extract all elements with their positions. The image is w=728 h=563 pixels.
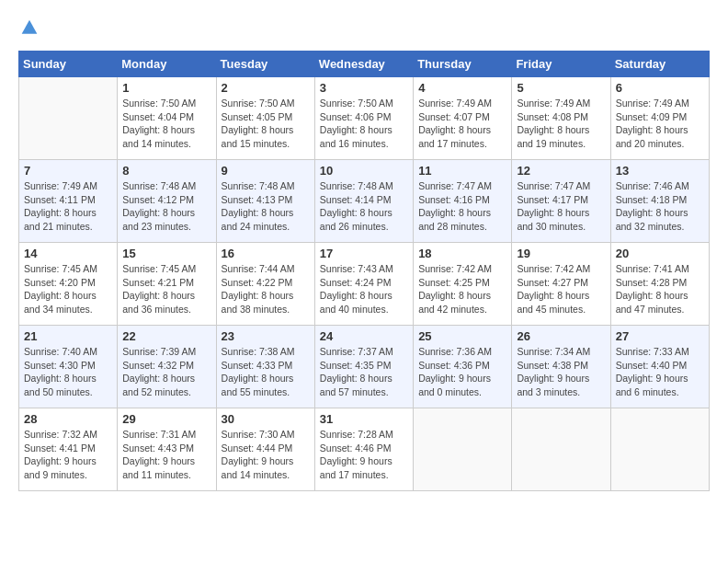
calendar-cell: 20Sunrise: 7:41 AM Sunset: 4:28 PM Dayli… xyxy=(610,243,709,326)
day-number: 28 xyxy=(24,412,112,426)
day-info: Sunrise: 7:43 AM Sunset: 4:24 PM Dayligh… xyxy=(320,262,408,316)
day-info: Sunrise: 7:47 AM Sunset: 4:16 PM Dayligh… xyxy=(418,179,506,234)
day-number: 10 xyxy=(320,164,408,178)
day-number: 12 xyxy=(517,164,605,178)
day-number: 8 xyxy=(122,164,210,178)
calendar-cell: 31Sunrise: 7:28 AM Sunset: 4:46 PM Dayli… xyxy=(314,408,413,491)
day-number: 1 xyxy=(122,81,210,95)
calendar-header-sunday: Sunday xyxy=(19,52,118,77)
calendar-cell: 1Sunrise: 7:50 AM Sunset: 4:04 PM Daylig… xyxy=(118,77,216,160)
day-info: Sunrise: 7:42 AM Sunset: 4:25 PM Dayligh… xyxy=(418,262,506,316)
header xyxy=(18,18,710,41)
day-number: 27 xyxy=(616,329,704,343)
day-info: Sunrise: 7:39 AM Sunset: 4:32 PM Dayligh… xyxy=(122,345,210,399)
day-info: Sunrise: 7:47 AM Sunset: 4:17 PM Dayligh… xyxy=(517,179,605,234)
calendar-week-row: 21Sunrise: 7:40 AM Sunset: 4:30 PM Dayli… xyxy=(19,326,710,408)
calendar-cell: 22Sunrise: 7:39 AM Sunset: 4:32 PM Dayli… xyxy=(118,326,216,408)
calendar-cell: 2Sunrise: 7:50 AM Sunset: 4:05 PM Daylig… xyxy=(216,77,314,160)
calendar-header-monday: Monday xyxy=(118,52,216,77)
calendar-cell: 14Sunrise: 7:45 AM Sunset: 4:20 PM Dayli… xyxy=(19,243,118,326)
calendar-week-row: 14Sunrise: 7:45 AM Sunset: 4:20 PM Dayli… xyxy=(19,243,710,326)
logo xyxy=(18,18,39,41)
day-info: Sunrise: 7:37 AM Sunset: 4:35 PM Dayligh… xyxy=(320,345,408,399)
day-info: Sunrise: 7:36 AM Sunset: 4:36 PM Dayligh… xyxy=(418,345,506,399)
day-info: Sunrise: 7:41 AM Sunset: 4:28 PM Dayligh… xyxy=(616,262,704,316)
day-number: 9 xyxy=(222,164,310,178)
day-info: Sunrise: 7:34 AM Sunset: 4:38 PM Dayligh… xyxy=(517,345,605,399)
calendar-cell: 9Sunrise: 7:48 AM Sunset: 4:13 PM Daylig… xyxy=(216,160,314,243)
day-number: 14 xyxy=(24,247,112,260)
calendar-week-row: 28Sunrise: 7:32 AM Sunset: 4:41 PM Dayli… xyxy=(19,408,710,491)
calendar-header-row: SundayMondayTuesdayWednesdayThursdayFrid… xyxy=(19,52,710,77)
calendar-cell xyxy=(512,408,610,491)
day-info: Sunrise: 7:42 AM Sunset: 4:27 PM Dayligh… xyxy=(517,262,605,316)
day-number: 20 xyxy=(616,247,704,260)
calendar-cell: 29Sunrise: 7:31 AM Sunset: 4:43 PM Dayli… xyxy=(118,408,216,491)
day-info: Sunrise: 7:45 AM Sunset: 4:21 PM Dayligh… xyxy=(122,262,210,316)
day-info: Sunrise: 7:48 AM Sunset: 4:14 PM Dayligh… xyxy=(320,179,408,234)
day-number: 16 xyxy=(222,247,310,260)
calendar-cell xyxy=(610,408,709,491)
day-info: Sunrise: 7:48 AM Sunset: 4:12 PM Dayligh… xyxy=(122,179,210,234)
day-number: 25 xyxy=(418,329,506,343)
calendar-cell: 6Sunrise: 7:49 AM Sunset: 4:09 PM Daylig… xyxy=(610,77,709,160)
calendar-cell: 7Sunrise: 7:49 AM Sunset: 4:11 PM Daylig… xyxy=(19,160,118,243)
day-info: Sunrise: 7:30 AM Sunset: 4:44 PM Dayligh… xyxy=(222,428,310,482)
calendar-cell: 12Sunrise: 7:47 AM Sunset: 4:17 PM Dayli… xyxy=(512,160,610,243)
calendar-cell xyxy=(414,408,512,491)
day-number: 15 xyxy=(122,247,210,260)
day-info: Sunrise: 7:49 AM Sunset: 4:09 PM Dayligh… xyxy=(616,97,704,151)
calendar-header-friday: Friday xyxy=(512,52,610,77)
day-number: 6 xyxy=(616,81,704,95)
day-info: Sunrise: 7:40 AM Sunset: 4:30 PM Dayligh… xyxy=(24,345,112,399)
svg-marker-0 xyxy=(22,20,38,34)
calendar-cell: 13Sunrise: 7:46 AM Sunset: 4:18 PM Dayli… xyxy=(610,160,709,243)
calendar-cell: 30Sunrise: 7:30 AM Sunset: 4:44 PM Dayli… xyxy=(216,408,314,491)
calendar: SundayMondayTuesdayWednesdayThursdayFrid… xyxy=(18,51,710,491)
day-info: Sunrise: 7:28 AM Sunset: 4:46 PM Dayligh… xyxy=(320,428,408,482)
day-info: Sunrise: 7:49 AM Sunset: 4:08 PM Dayligh… xyxy=(517,97,605,151)
day-number: 26 xyxy=(517,329,605,343)
day-info: Sunrise: 7:49 AM Sunset: 4:07 PM Dayligh… xyxy=(418,97,506,151)
day-number: 24 xyxy=(320,329,408,343)
day-info: Sunrise: 7:50 AM Sunset: 4:04 PM Dayligh… xyxy=(122,97,210,151)
calendar-cell: 18Sunrise: 7:42 AM Sunset: 4:25 PM Dayli… xyxy=(414,243,512,326)
calendar-cell: 27Sunrise: 7:33 AM Sunset: 4:40 PM Dayli… xyxy=(610,326,709,408)
day-info: Sunrise: 7:48 AM Sunset: 4:13 PM Dayligh… xyxy=(222,179,310,234)
calendar-cell: 28Sunrise: 7:32 AM Sunset: 4:41 PM Dayli… xyxy=(19,408,118,491)
day-number: 5 xyxy=(517,81,605,95)
calendar-cell: 17Sunrise: 7:43 AM Sunset: 4:24 PM Dayli… xyxy=(314,243,413,326)
day-info: Sunrise: 7:49 AM Sunset: 4:11 PM Dayligh… xyxy=(24,179,112,234)
calendar-cell: 23Sunrise: 7:38 AM Sunset: 4:33 PM Dayli… xyxy=(216,326,314,408)
day-info: Sunrise: 7:45 AM Sunset: 4:20 PM Dayligh… xyxy=(24,262,112,316)
calendar-week-row: 7Sunrise: 7:49 AM Sunset: 4:11 PM Daylig… xyxy=(19,160,710,243)
calendar-cell: 11Sunrise: 7:47 AM Sunset: 4:16 PM Dayli… xyxy=(414,160,512,243)
calendar-cell: 5Sunrise: 7:49 AM Sunset: 4:08 PM Daylig… xyxy=(512,77,610,160)
day-number: 3 xyxy=(320,81,408,95)
calendar-cell: 16Sunrise: 7:44 AM Sunset: 4:22 PM Dayli… xyxy=(216,243,314,326)
day-info: Sunrise: 7:50 AM Sunset: 4:06 PM Dayligh… xyxy=(320,97,408,151)
calendar-cell: 21Sunrise: 7:40 AM Sunset: 4:30 PM Dayli… xyxy=(19,326,118,408)
day-info: Sunrise: 7:50 AM Sunset: 4:05 PM Dayligh… xyxy=(222,97,310,151)
day-info: Sunrise: 7:44 AM Sunset: 4:22 PM Dayligh… xyxy=(222,262,310,316)
day-number: 31 xyxy=(320,412,408,426)
day-number: 2 xyxy=(222,81,310,95)
logo-icon xyxy=(20,18,39,37)
day-number: 21 xyxy=(24,329,112,343)
calendar-cell: 3Sunrise: 7:50 AM Sunset: 4:06 PM Daylig… xyxy=(314,77,413,160)
calendar-cell: 8Sunrise: 7:48 AM Sunset: 4:12 PM Daylig… xyxy=(118,160,216,243)
calendar-header-thursday: Thursday xyxy=(414,52,512,77)
day-info: Sunrise: 7:32 AM Sunset: 4:41 PM Dayligh… xyxy=(24,428,112,482)
day-number: 4 xyxy=(418,81,506,95)
calendar-header-wednesday: Wednesday xyxy=(314,52,413,77)
calendar-week-row: 1Sunrise: 7:50 AM Sunset: 4:04 PM Daylig… xyxy=(19,77,710,160)
calendar-header-tuesday: Tuesday xyxy=(216,52,314,77)
day-info: Sunrise: 7:33 AM Sunset: 4:40 PM Dayligh… xyxy=(616,345,704,399)
calendar-cell: 24Sunrise: 7:37 AM Sunset: 4:35 PM Dayli… xyxy=(314,326,413,408)
calendar-header-saturday: Saturday xyxy=(610,52,709,77)
day-number: 13 xyxy=(616,164,704,178)
calendar-cell: 10Sunrise: 7:48 AM Sunset: 4:14 PM Dayli… xyxy=(314,160,413,243)
day-number: 30 xyxy=(222,412,310,426)
day-number: 23 xyxy=(222,329,310,343)
day-number: 19 xyxy=(517,247,605,260)
